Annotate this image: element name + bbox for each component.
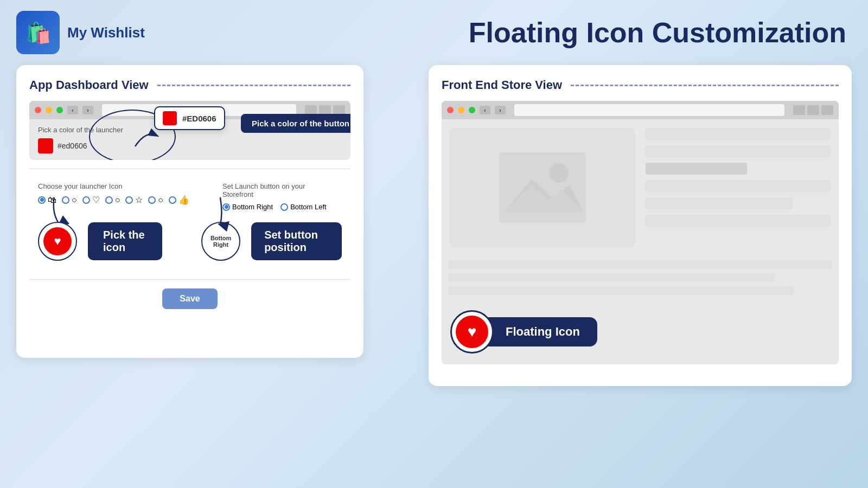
browser-mockup: ‹ › Pick a color of the launcher #ed0606: [29, 101, 350, 160]
icon-preview-circle: ♥: [38, 222, 77, 261]
dashboard-panel-title: App Dashboard View: [29, 78, 350, 92]
heart-icon: ♥: [54, 234, 61, 248]
info-bar-2: [646, 145, 830, 157]
radio-dot-5: [125, 196, 133, 204]
position-dot-left: [280, 203, 288, 211]
position-right-label: Bottom Right: [232, 203, 273, 211]
color-hex-value: #ed0606: [58, 142, 87, 150]
radio-dot-6: [148, 196, 156, 204]
icon-circle-wrapper: ♥: [38, 222, 77, 261]
callout-hex: #ED0606: [182, 114, 216, 123]
store-dot-red: [447, 107, 454, 113]
icon-section: Choose your launcher Icon 🛍 ○ ♡: [29, 176, 350, 273]
icon-preview-inner: ♥: [43, 227, 72, 255]
floating-icon-circle: ♥: [450, 310, 494, 354]
icon-circle2: ○: [115, 195, 120, 205]
radio-dot-3: [82, 196, 90, 204]
color-input-row: #ed0606: [38, 138, 342, 153]
section-divider-1: [29, 169, 350, 169]
radio-dot-1: [38, 196, 46, 204]
store-share-btn[interactable]: [793, 105, 805, 115]
radio-item-3[interactable]: ♡: [82, 195, 100, 205]
info-bar-4: [646, 197, 793, 209]
dashed-divider: [157, 85, 350, 86]
bottom-line-1: [448, 260, 832, 269]
store-refresh-btn[interactable]: [807, 105, 819, 115]
color-swatch[interactable]: [38, 138, 53, 153]
floating-icon-inner: ♥: [456, 316, 488, 348]
radio-item-5[interactable]: ☆: [125, 195, 143, 205]
radio-item-6[interactable]: ○: [148, 195, 163, 205]
info-bar-3: [646, 180, 830, 192]
position-arrow-svg: [209, 197, 237, 227]
store-browser-actions: [793, 105, 833, 115]
info-bar-1: [646, 128, 830, 140]
store-browser-mockup: ‹ ›: [442, 101, 839, 364]
set-position-button[interactable]: Set button position: [251, 222, 342, 260]
position-label: Set Launch button on your Storefront: [222, 182, 331, 198]
browser-forward-btn[interactable]: ›: [82, 106, 93, 114]
product-info: [646, 128, 830, 247]
position-section-right: Set Launch button on your Storefront Bot…: [222, 182, 331, 211]
page-title: Floating Icon Customization: [469, 16, 846, 49]
info-bar-5: [646, 215, 830, 227]
position-radio-left[interactable]: Bottom Left: [280, 203, 326, 211]
dashboard-panel: App Dashboard View ‹ › Pick a color o: [16, 65, 363, 358]
store-panel: Front End Store View ‹ ›: [429, 65, 852, 386]
browser-dot-red: [35, 107, 41, 113]
bottom-line-3: [448, 286, 794, 295]
position-circle: Bottom Right: [201, 222, 240, 261]
logo-icon: 🛍️: [25, 21, 51, 44]
store-menu-btn[interactable]: [821, 105, 833, 115]
radio-item-4[interactable]: ○: [105, 195, 120, 205]
logo-area: 🛍️ My Wishlist: [16, 11, 145, 54]
radio-dot-7: [169, 196, 176, 204]
product-image: [450, 128, 635, 247]
position-radio-group: Bottom Right Bottom Left: [222, 203, 331, 211]
icon-circle3: ○: [158, 195, 163, 205]
floating-icon-demo: ♥ Floating Icon: [442, 301, 839, 364]
svg-point-1: [549, 163, 569, 183]
header: 🛍️ My Wishlist Floating Icon Customizati…: [0, 0, 868, 60]
section-divider-2: [29, 279, 350, 280]
icon-heart: ♡: [92, 195, 100, 205]
callout-color-swatch: [163, 111, 177, 125]
position-circle-wrapper: Bottom Right: [201, 222, 240, 261]
store-url-bar[interactable]: [514, 104, 784, 116]
logo-box: 🛍️: [16, 11, 60, 54]
radio-dot-4: [105, 196, 113, 204]
browser-dot-yellow: [46, 107, 52, 113]
store-panel-title: Front End Store View: [442, 78, 839, 92]
color-callout: #ED0606: [154, 106, 225, 130]
color-callout-label: Pick a color of the button: [241, 114, 350, 133]
pick-icon-button[interactable]: Pick the icon: [88, 222, 162, 260]
icon-thumbsup: 👍: [178, 195, 189, 205]
main-content: App Dashboard View ‹ › Pick a color o: [0, 60, 868, 363]
store-content: [442, 119, 839, 256]
store-dot-green: [469, 107, 475, 113]
store-forward-btn[interactable]: ›: [495, 106, 506, 114]
app-name: My Wishlist: [67, 24, 145, 41]
position-left-label: Bottom Left: [290, 203, 326, 211]
product-image-svg: [499, 152, 586, 223]
icon-section-label: Choose your launcher Icon: [38, 182, 189, 190]
info-bar-highlight: [646, 163, 747, 175]
store-dashed-divider: [571, 85, 839, 86]
browser-back-btn[interactable]: ‹: [67, 106, 78, 114]
floating-heart-icon: ♥: [468, 323, 477, 341]
icon-star: ☆: [135, 195, 143, 205]
bottom-lines: [442, 260, 839, 295]
save-button[interactable]: Save: [162, 288, 217, 309]
store-browser-bar: ‹ ›: [442, 101, 839, 119]
bottom-line-2: [448, 273, 775, 282]
floating-icon-label[interactable]: Floating Icon: [488, 317, 597, 346]
svg-rect-0: [499, 152, 586, 223]
position-circle-text: Bottom Right: [202, 233, 239, 250]
store-back-btn[interactable]: ‹: [480, 106, 490, 114]
browser-dot-green: [56, 107, 63, 113]
color-section: Pick a color of the launcher #ed0606 #ED…: [29, 119, 350, 160]
store-dot-yellow: [458, 107, 464, 113]
callout-row: ♥ Pick the icon: [38, 216, 342, 266]
radio-item-7[interactable]: 👍: [169, 195, 189, 205]
